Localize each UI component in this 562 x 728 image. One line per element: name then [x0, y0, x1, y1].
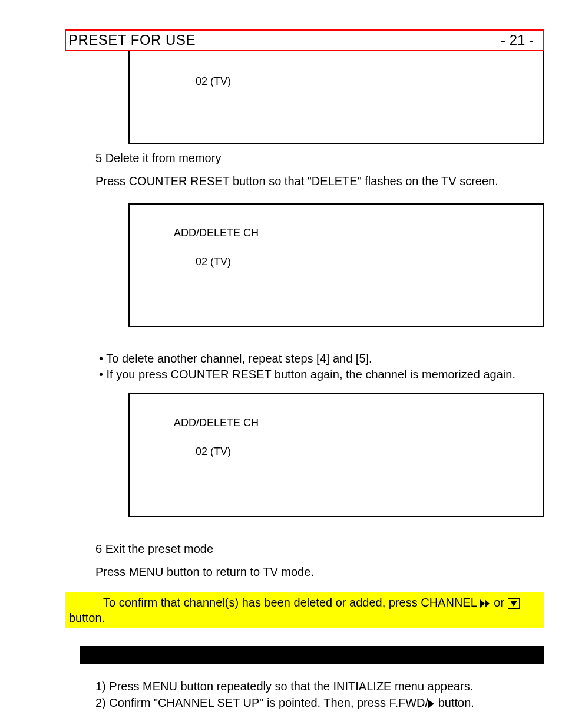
step-6-body: Press MENU button to return to TV mode.: [95, 564, 544, 580]
numbered-item-1: 1) Press MENU button repeatedly so that …: [95, 678, 544, 694]
numbered-list: 1) Press MENU button repeatedly so that …: [95, 678, 544, 711]
fast-forward-icon: [480, 599, 491, 608]
separator: [95, 150, 544, 150]
numbered-item-2: 2) Confirm "CHANNEL SET UP" is pointed. …: [95, 694, 544, 711]
tv-screen-2: ADD/DELETE CH 02 (TV): [128, 203, 544, 327]
note-text-pre: To confirm that channel(s) has been dele…: [103, 596, 480, 609]
tv-screen-1: 02 (TV): [128, 51, 544, 144]
page-title: PRESET FOR USE: [68, 32, 196, 48]
tv-screen-value: 02 (TV): [130, 256, 543, 268]
note-box: To confirm that channel(s) has been dele…: [65, 592, 544, 628]
triangle-down-icon: [508, 598, 520, 609]
tv-screen-title: ADD/DELETE CH: [130, 417, 543, 446]
note-text-mid: or: [494, 596, 507, 609]
tv-screen-value: 02 (TV): [130, 446, 543, 458]
play-icon: [428, 700, 435, 708]
tv-screen-title: ADD/DELETE CH: [130, 227, 543, 256]
document-page: PRESET FOR USE - 21 - 02 (TV) 5 Delete i…: [0, 0, 562, 728]
step-5-title: 5 Delete it from memory: [95, 151, 544, 165]
page-number: - 21 -: [501, 32, 537, 48]
tv-screen-value: 02 (TV): [130, 75, 543, 88]
page-header: PRESET FOR USE - 21 -: [65, 29, 544, 51]
numbered-item-2-pre: 2) Confirm "CHANNEL SET UP" is pointed. …: [95, 696, 428, 709]
svg-marker-0: [480, 599, 485, 608]
tv-screen-3: ADD/DELETE CH 02 (TV): [128, 393, 544, 517]
step-5-body: Press COUNTER RESET button so that "DELE…: [95, 173, 544, 189]
step-6-title: 6 Exit the preset mode: [95, 542, 544, 556]
separator: [95, 541, 544, 541]
section-bar: [80, 646, 544, 664]
svg-marker-4: [428, 700, 434, 708]
bullet-item: To delete another channel, repeat steps …: [99, 351, 544, 367]
note-text-post: button.: [69, 611, 105, 624]
numbered-item-2-post: button.: [435, 696, 474, 709]
svg-marker-1: [485, 599, 490, 608]
bullet-item: If you press COUNTER RESET button again,…: [99, 367, 544, 383]
bullet-list: To delete another channel, repeat steps …: [99, 351, 544, 383]
